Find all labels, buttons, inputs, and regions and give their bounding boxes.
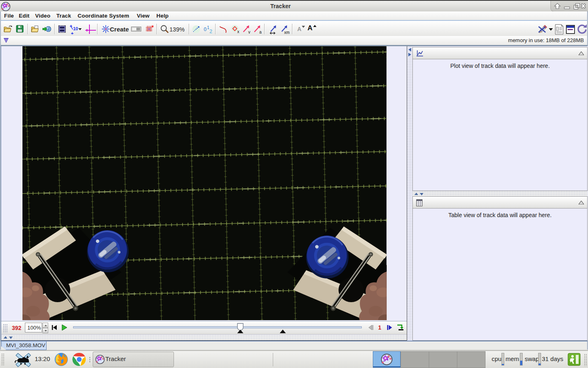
svg-text:2: 2 xyxy=(209,29,212,34)
svg-text:0: 0 xyxy=(204,27,207,32)
svg-text:a: a xyxy=(259,30,262,34)
svg-text:v: v xyxy=(248,30,250,34)
svg-text:xm: xm xyxy=(284,30,290,34)
svg-text:10: 10 xyxy=(73,26,78,31)
svg-text:x: x xyxy=(237,29,239,34)
